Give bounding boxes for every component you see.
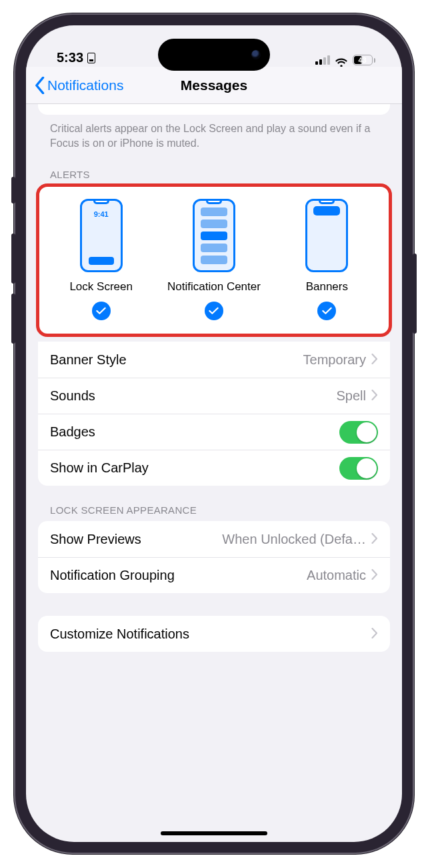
battery-icon: 43 <box>353 55 376 65</box>
back-label: Notifications <box>47 77 123 93</box>
alerts-box: 9:41 Lock Screen Notification Center <box>38 185 390 335</box>
chevron-left-icon <box>34 77 46 94</box>
lock-appearance-header: LOCK SCREEN APPEARANCE <box>26 486 402 521</box>
chevron-right-icon <box>371 532 378 547</box>
badges-toggle[interactable] <box>339 421 378 444</box>
alerts-header: ALERTS <box>26 150 402 185</box>
row-label: Show Previews <box>50 532 222 547</box>
banners-illustration <box>305 199 348 272</box>
row-label: Notification Grouping <box>50 568 307 583</box>
back-button[interactable]: Notifications <box>34 77 123 94</box>
lock-screen-illustration: 9:41 <box>80 199 123 272</box>
row-value: Spell <box>337 388 366 404</box>
power-button <box>413 254 417 334</box>
row-value: When Unlocked (Defa… <box>222 532 366 547</box>
status-time: 5:33 <box>57 50 83 65</box>
alert-label: Lock Screen <box>69 280 133 294</box>
sim-card-icon <box>87 53 95 63</box>
notification-center-illustration <box>193 199 235 272</box>
banner-style-row[interactable]: Banner Style Temporary <box>38 342 390 378</box>
alert-label: Notification Center <box>167 280 261 294</box>
chevron-right-icon <box>371 568 378 583</box>
row-label: Sounds <box>50 388 337 404</box>
home-indicator[interactable] <box>161 831 267 835</box>
nav-bar: Notifications Messages <box>26 67 402 104</box>
row-label: Customize Notifications <box>50 626 371 642</box>
row-value: Temporary <box>303 352 366 368</box>
wifi-icon <box>335 55 348 65</box>
carplay-toggle[interactable] <box>339 457 378 480</box>
critical-alerts-note: Critical alerts appear on the Lock Scree… <box>26 115 402 150</box>
screen: 5:33 43 Notifications Messages <box>26 25 402 842</box>
checkmark-icon <box>92 302 111 320</box>
volume-down-button <box>11 294 15 344</box>
alert-option-lock-screen[interactable]: 9:41 Lock Screen <box>45 199 157 320</box>
row-label: Show in CarPlay <box>50 460 339 476</box>
phone-frame: 5:33 43 Notifications Messages <box>14 13 414 854</box>
lock-appearance-group: Show Previews When Unlocked (Defa… Notif… <box>38 521 390 593</box>
customize-notifications-row[interactable]: Customize Notifications <box>38 616 390 652</box>
dynamic-island <box>158 39 270 71</box>
checkmark-icon <box>205 302 223 320</box>
alert-label: Banners <box>306 280 348 294</box>
checkmark-icon <box>317 302 336 320</box>
alert-option-notification-center[interactable]: Notification Center <box>157 199 270 320</box>
badges-row[interactable]: Badges <box>38 414 390 450</box>
chevron-right-icon <box>371 352 378 368</box>
cell-signal-icon <box>315 55 330 65</box>
row-label: Badges <box>50 424 339 440</box>
show-previews-row[interactable]: Show Previews When Unlocked (Defa… <box>38 521 390 557</box>
time-sensitive-row[interactable]: Time Sensitive Notifications <box>38 104 390 115</box>
alert-settings-group: Banner Style Temporary Sounds Spell Badg… <box>38 342 390 486</box>
volume-up-button <box>11 234 15 284</box>
alert-option-banners[interactable]: Banners <box>271 199 383 320</box>
silence-switch <box>11 177 15 203</box>
page-title: Messages <box>181 77 247 93</box>
sounds-row[interactable]: Sounds Spell <box>38 378 390 414</box>
chevron-right-icon <box>371 388 378 404</box>
content: Time Sensitive Notifications Critical al… <box>26 104 402 842</box>
carplay-row[interactable]: Show in CarPlay <box>38 450 390 486</box>
notification-grouping-row[interactable]: Notification Grouping Automatic <box>38 557 390 593</box>
battery-percent: 43 <box>358 56 366 64</box>
customize-group: Customize Notifications <box>38 616 390 652</box>
row-label: Banner Style <box>50 352 303 368</box>
row-value: Automatic <box>307 568 366 583</box>
chevron-right-icon <box>371 626 378 642</box>
time-sensitive-group: Time Sensitive Notifications <box>38 104 390 115</box>
